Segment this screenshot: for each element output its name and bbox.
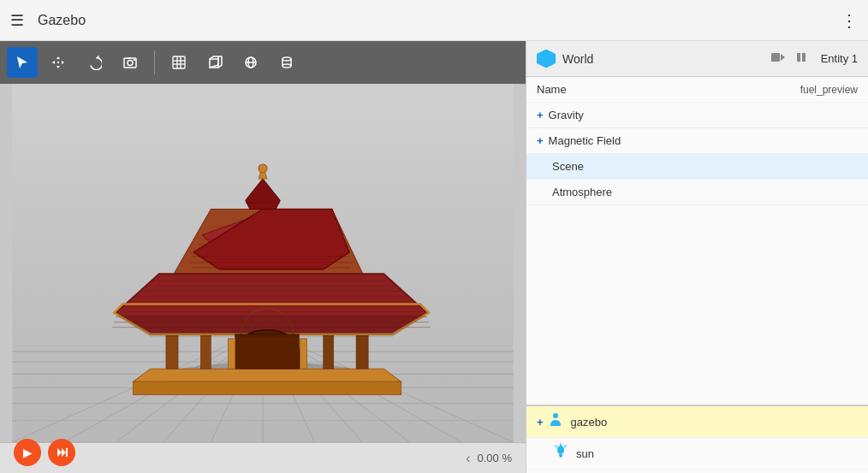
move-tool-button[interactable]: [43, 47, 74, 78]
grid-tool-button[interactable]: [163, 47, 194, 78]
toolbar-separator: [154, 50, 155, 74]
rotate-tool-button[interactable]: [79, 47, 110, 78]
fast-forward-button[interactable]: [48, 439, 75, 466]
more-icon[interactable]: ⋮: [841, 10, 858, 31]
cylinder-tool-button[interactable]: [271, 47, 302, 78]
svg-marker-81: [57, 448, 62, 457]
svg-rect-4: [173, 56, 185, 68]
prop-row-name[interactable]: Name fuel_preview: [526, 77, 868, 103]
prop-row-magnetic[interactable]: + Magnetic Field: [526, 128, 868, 154]
properties-panel: Name fuel_preview + Gravity + Magnetic F…: [526, 77, 868, 405]
sphere-tool-button[interactable]: [235, 47, 266, 78]
pause-button[interactable]: [795, 51, 807, 67]
world-icon: [537, 50, 556, 68]
entity-sun[interactable]: sun: [526, 438, 868, 470]
prop-label-gravity: Gravity: [549, 109, 858, 121]
select-tool-button[interactable]: [7, 47, 38, 78]
toolbar: [0, 41, 526, 84]
titlebar: ☰ Gazebo ⋮: [0, 0, 868, 41]
svg-rect-84: [771, 53, 780, 62]
world-title: World: [562, 52, 764, 66]
statusbar: ▶ ‹ 0.00 %: [0, 442, 526, 473]
svg-point-91: [557, 446, 564, 454]
prop-label-scene: Scene: [537, 160, 858, 173]
gazebo-person-icon: [547, 411, 564, 432]
prop-row-gravity[interactable]: + Gravity: [526, 103, 868, 128]
svg-line-95: [556, 446, 557, 447]
prop-row-atmosphere[interactable]: Atmosphere: [526, 180, 868, 205]
right-panel: World Entity 1 Name fuel_preview: [526, 41, 868, 473]
screenshot-tool-button[interactable]: [115, 47, 146, 78]
svg-rect-92: [559, 454, 562, 456]
menu-icon[interactable]: ☰: [10, 11, 24, 30]
gazebo-name: gazebo: [571, 416, 608, 429]
svg-point-74: [259, 164, 267, 173]
svg-rect-77: [235, 334, 300, 369]
prop-row-scene[interactable]: Scene: [526, 154, 868, 180]
panel-header: World Entity 1: [526, 41, 868, 77]
prop-label-atmosphere: Atmosphere: [537, 186, 858, 198]
svg-line-96: [565, 446, 567, 447]
svg-rect-87: [802, 53, 806, 62]
record-button[interactable]: [771, 52, 785, 65]
svg-rect-3: [134, 59, 135, 61]
svg-rect-93: [560, 456, 562, 458]
sun-name: sun: [576, 447, 594, 460]
svg-marker-39: [134, 369, 401, 381]
svg-marker-40: [134, 381, 401, 394]
svg-rect-2: [128, 57, 131, 59]
svg-point-88: [553, 413, 558, 418]
svg-rect-83: [66, 448, 68, 457]
sun-light-icon: [552, 443, 569, 464]
svg-point-15: [282, 57, 291, 61]
app-title: Gazebo: [38, 13, 841, 28]
viewport[interactable]: ▶ ‹ 0.00 %: [0, 41, 526, 473]
svg-marker-80: [116, 316, 426, 337]
prop-label-magnetic: Magnetic Field: [549, 134, 858, 147]
gazebo-expand-icon[interactable]: +: [537, 416, 544, 429]
svg-rect-86: [797, 53, 800, 62]
progress-value: 0.00 %: [478, 452, 512, 464]
prop-value-name: fuel_preview: [800, 84, 858, 96]
play-button[interactable]: ▶: [14, 439, 41, 466]
svg-marker-85: [781, 54, 785, 61]
3d-scene[interactable]: [0, 84, 526, 442]
entity-label: Entity 1: [821, 52, 858, 65]
svg-marker-82: [62, 448, 66, 457]
svg-rect-78: [229, 339, 235, 369]
prop-label-name: Name: [537, 83, 800, 96]
entity-gazebo[interactable]: + gazebo: [526, 406, 868, 438]
chevron-left-icon[interactable]: ‹: [466, 451, 470, 466]
main-layout: ▶ ‹ 0.00 % World: [0, 41, 868, 473]
svg-point-16: [282, 64, 291, 68]
magnetic-expand-icon[interactable]: +: [537, 134, 544, 147]
gravity-expand-icon[interactable]: +: [537, 109, 544, 121]
gazebo-svg: [0, 84, 526, 442]
box-tool-button[interactable]: [199, 47, 230, 78]
svg-point-1: [128, 61, 133, 66]
svg-rect-79: [300, 339, 306, 369]
entity-list: + gazebo: [526, 405, 868, 473]
